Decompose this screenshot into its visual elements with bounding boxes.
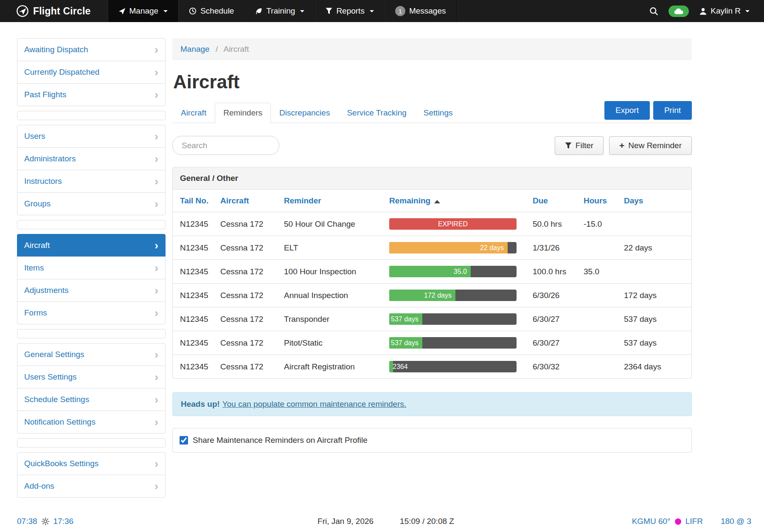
table-row[interactable]: N12345Cessna 172Annual Inspection172 day… (173, 284, 691, 307)
column-header-hours[interactable]: Hours (579, 190, 620, 212)
progress-label: EXPIRED (389, 218, 517, 230)
new-reminder-button[interactable]: + New Reminder (609, 136, 692, 155)
populate-reminders-link[interactable]: You can populate common maintenance remi… (222, 400, 406, 408)
wind-reading[interactable]: 180 @ 3 (721, 517, 751, 526)
sidebar-item-label: Groups (24, 199, 51, 208)
remaining-cell: EXPIRED (385, 212, 528, 236)
flight-category[interactable]: LIFR (685, 517, 703, 526)
export-button[interactable]: Export (604, 101, 650, 120)
sunrise-time[interactable]: 07:38 (17, 517, 37, 526)
sidebar-spacer (17, 329, 166, 338)
chevron-down-icon (163, 10, 168, 12)
remaining-progress-bar: 537 days (389, 337, 517, 349)
filter-button-label: Filter (576, 141, 593, 150)
reminder-cell: Transponder (280, 307, 385, 331)
plane-icon (118, 8, 126, 15)
user-menu[interactable]: Kaylin R (699, 6, 750, 16)
sidebar-item-users[interactable]: Users› (17, 125, 166, 148)
sidebar-item-administrators[interactable]: Administrators› (17, 147, 166, 170)
sidebar-item-awaiting-dispatch[interactable]: Awaiting Dispatch› (17, 38, 166, 61)
remaining-progress-bar: 2364 (389, 361, 517, 372)
table-row[interactable]: N12345Cessna 172ELT22 days1/31/2622 days (173, 236, 691, 260)
nav-item-schedule[interactable]: Schedule (178, 0, 244, 22)
sidebar-item-label: Notification Settings (24, 417, 96, 427)
nav-item-training[interactable]: Training (244, 0, 315, 22)
due-cell: 6/30/27 (528, 331, 579, 355)
column-header-days[interactable]: Days (620, 190, 691, 212)
chevron-right-icon: › (154, 309, 158, 317)
table-row[interactable]: N12345Cessna 17250 Hour Oil ChangeEXPIRE… (173, 212, 691, 236)
aircraft-cell: Cessna 172 (216, 284, 280, 307)
sunset-time[interactable]: 17:36 (53, 517, 74, 526)
sidebar-item-past-flights[interactable]: Past Flights› (17, 83, 166, 106)
column-header-label: Tail No. (180, 196, 208, 205)
funnel-icon (565, 142, 572, 149)
sidebar-item-forms[interactable]: Forms› (17, 301, 166, 324)
remaining-cell: 22 days (385, 236, 528, 260)
table-row[interactable]: N12345Cessna 172100 Hour Inspection35.01… (173, 260, 691, 284)
sidebar-item-label: Adjustments (24, 286, 69, 295)
hours-cell (579, 331, 620, 355)
sidebar-item-label: Forms (24, 308, 47, 318)
sidebar-item-users-settings[interactable]: Users Settings› (17, 366, 166, 388)
sidebar-item-items[interactable]: Items› (17, 256, 166, 279)
sidebar-item-label: Aircraft (24, 241, 50, 250)
sidebar-item-groups[interactable]: Groups› (17, 192, 166, 215)
sidebar-item-label: Schedule Settings (24, 395, 89, 404)
chevron-down-icon (370, 10, 374, 12)
sidebar-item-label: Add-ons (24, 481, 54, 491)
sidebar-item-schedule-settings[interactable]: Schedule Settings› (17, 388, 166, 411)
footer-statusbar: 07:38 17:36 Fri, Jan 9, 2026 15:09 / 20:… (0, 511, 764, 532)
days-cell: 22 days (620, 236, 691, 260)
remaining-cell: 172 days (385, 284, 528, 307)
search-input[interactable] (172, 136, 279, 155)
sidebar-item-aircraft[interactable]: Aircraft› (17, 234, 166, 257)
panel-heading: General / Other (173, 167, 691, 190)
print-button[interactable]: Print (653, 101, 692, 120)
column-header-aircraft[interactable]: Aircraft (216, 190, 280, 212)
nav-item-manage[interactable]: Manage (108, 0, 179, 22)
sidebar-item-label: Users Settings (24, 372, 77, 382)
sidebar-item-instructors[interactable]: Instructors› (17, 170, 166, 193)
sidebar-item-notification-settings[interactable]: Notification Settings› (17, 411, 166, 433)
table-row[interactable]: N12345Cessna 172Aircraft Registration236… (173, 355, 691, 379)
chevron-right-icon: › (154, 418, 158, 426)
filter-button[interactable]: Filter (555, 136, 604, 155)
flight-category-dot-icon (675, 518, 681, 525)
tail-no-cell: N12345 (173, 212, 216, 236)
brand[interactable]: Flight Circle (0, 0, 102, 22)
nav-item-messages[interactable]: 1Messages (385, 0, 457, 22)
sidebar-item-adjustments[interactable]: Adjustments› (17, 279, 166, 302)
nav-item-label: Training (266, 6, 295, 16)
column-header-reminder[interactable]: Reminder (280, 190, 385, 212)
sidebar-item-add-ons[interactable]: Add-ons› (17, 475, 166, 498)
tab-settings[interactable]: Settings (415, 103, 461, 123)
column-header-due[interactable]: Due (528, 190, 579, 212)
sidebar-item-label: Past Flights (24, 90, 66, 99)
top-navbar: Flight Circle ManageScheduleTrainingRepo… (0, 0, 764, 22)
sidebar-item-general-settings[interactable]: General Settings› (17, 343, 166, 366)
nav-item-reports[interactable]: Reports (315, 0, 385, 22)
tab-aircraft[interactable]: Aircraft (172, 103, 215, 123)
table-row[interactable]: N12345Cessna 172Pitot/Static537 days6/30… (173, 331, 691, 355)
search-icon[interactable] (649, 7, 658, 16)
remaining-cell: 537 days (385, 331, 528, 355)
breadcrumb-separator: / (216, 45, 218, 53)
due-cell: 6/30/26 (528, 284, 579, 307)
column-header-tail-no[interactable]: Tail No. (173, 190, 216, 212)
tab-service-tracking[interactable]: Service Tracking (338, 103, 415, 123)
progress-fill: 537 days (389, 313, 422, 325)
cloud-sync-toggle[interactable] (668, 6, 689, 17)
tab-discrepancies[interactable]: Discrepancies (271, 103, 338, 123)
breadcrumb-manage-link[interactable]: Manage (180, 45, 210, 53)
days-cell: 537 days (620, 307, 691, 331)
table-row[interactable]: N12345Cessna 172Transponder537 days6/30/… (173, 307, 691, 331)
metar-station[interactable]: KGMU 60° (632, 517, 671, 526)
column-header-remaining[interactable]: Remaining (385, 190, 528, 212)
sidebar-item-quickbooks-settings[interactable]: QuickBooks Settings› (17, 452, 166, 475)
tab-reminders[interactable]: Reminders (215, 103, 271, 123)
share-reminders-checkbox[interactable] (180, 436, 188, 445)
sidebar-item-currently-dispatched[interactable]: Currently Dispatched› (17, 61, 166, 84)
progress-fill: 22 days (389, 242, 508, 253)
main-content: Manage / Aircraft Aircraft AircraftRemin… (172, 38, 692, 502)
